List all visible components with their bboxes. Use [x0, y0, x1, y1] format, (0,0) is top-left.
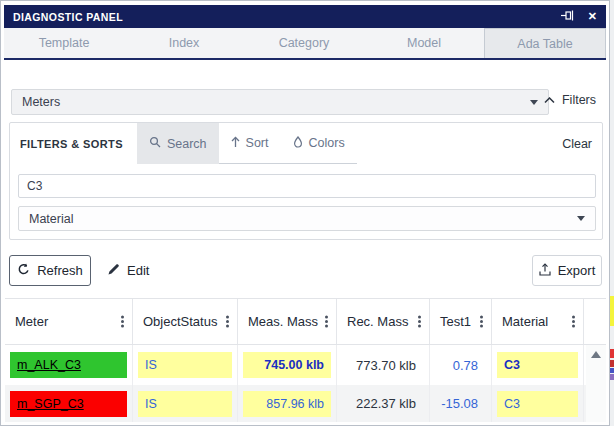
sort-arrow-up-icon: [231, 136, 240, 151]
tab-bar: TemplateIndexCategoryModelAda Table: [4, 28, 606, 60]
sliver-purple: [610, 374, 614, 380]
cell-meter[interactable]: m_SGP_C3: [5, 385, 133, 422]
column-header-meas-mass[interactable]: Meas. Mass: [238, 299, 337, 344]
tool-label: Search: [167, 137, 207, 151]
scroll-up-icon[interactable]: [591, 351, 601, 358]
cell-test1[interactable]: 0.78: [430, 345, 492, 385]
sort-tool-button[interactable]: Sort: [219, 123, 281, 164]
highlight-chip: 857.96 klb: [243, 391, 331, 417]
column-menu-icon[interactable]: [121, 320, 124, 323]
column-header-material[interactable]: Material: [492, 299, 584, 344]
tab-template[interactable]: Template: [4, 28, 124, 58]
column-menu-icon[interactable]: [325, 320, 328, 323]
highlight-chip: IS: [138, 352, 232, 378]
cell-rec-mass[interactable]: 222.37 klb: [337, 385, 430, 422]
tool-label: Sort: [246, 136, 269, 150]
cell-value: C3: [504, 397, 520, 411]
column-menu-icon[interactable]: [572, 320, 575, 323]
cell-value: m_SGP_C3: [17, 397, 84, 411]
filters-panel: FILTERS & SORTS SearchSortColors Clear M…: [9, 122, 603, 240]
pin-icon[interactable]: [560, 8, 575, 26]
column-menu-icon[interactable]: [418, 320, 421, 323]
cell-material[interactable]: C3: [492, 345, 584, 385]
panel-title: DIAGNOSTIC PANEL: [13, 11, 123, 23]
cell-value: 222.37 klb: [356, 396, 416, 411]
material-select-value: Material: [29, 212, 73, 226]
column-label: Meter: [15, 314, 115, 329]
colors-tool-button[interactable]: Colors: [281, 123, 357, 164]
highlight-chip: C3: [497, 352, 578, 378]
sliver-darkred: [610, 360, 614, 367]
column-header-meter[interactable]: Meter: [5, 299, 133, 344]
cell-value: -15.08: [441, 396, 478, 411]
cell-meas-mass[interactable]: 857.96 klb: [238, 385, 337, 422]
chevron-down-icon: [530, 100, 538, 105]
cell-rec-mass[interactable]: 773.70 klb: [337, 345, 430, 385]
highlight-chip: IS: [138, 391, 232, 417]
cell-value: 857.96 klb: [266, 397, 324, 411]
clear-button[interactable]: Clear: [562, 137, 592, 151]
refresh-label: Refresh: [37, 263, 83, 278]
column-label: Rec. Mass: [347, 314, 412, 329]
cell-objectstatus[interactable]: IS: [133, 385, 238, 422]
cell-objectstatus[interactable]: IS: [133, 345, 238, 385]
table-row: m_ALK_C3IS745.00 klb773.70 klb0.78C3: [5, 345, 606, 385]
table-body: m_ALK_C3IS745.00 klb773.70 klb0.78C3m_SG…: [5, 345, 606, 422]
highlight-chip: m_SGP_C3: [10, 391, 127, 417]
table-header: MeterObjectStatusMeas. MassRec. MassTest…: [5, 298, 606, 345]
cell-material[interactable]: C3: [492, 385, 584, 422]
filter-tools: SearchSortColors: [137, 123, 357, 164]
cell-value: 745.00 klb: [264, 358, 324, 372]
cell-value: 773.70 klb: [356, 358, 416, 373]
column-header-rec-mass[interactable]: Rec. Mass: [337, 299, 430, 344]
search-input[interactable]: [18, 174, 596, 198]
background-app-sliver: [610, 0, 614, 426]
data-grid: MeterObjectStatusMeas. MassRec. MassTest…: [5, 298, 606, 422]
close-icon[interactable]: ✕: [588, 11, 597, 22]
pencil-icon: [107, 263, 120, 279]
cell-meter[interactable]: m_ALK_C3: [5, 345, 133, 385]
sliver-yellow: [610, 296, 614, 326]
filters-sorts-title: FILTERS & SORTS: [20, 138, 123, 150]
refresh-icon: [17, 263, 30, 279]
search-tool-button[interactable]: Search: [137, 123, 219, 164]
refresh-button[interactable]: Refresh: [9, 255, 91, 286]
cell-value: 0.78: [453, 358, 478, 373]
column-header-objectstatus[interactable]: ObjectStatus: [133, 299, 238, 344]
tab-ada-table[interactable]: Ada Table: [484, 28, 606, 58]
filters-toggle[interactable]: Filters: [544, 93, 596, 107]
edit-label: Edit: [127, 263, 149, 278]
cell-meas-mass[interactable]: 745.00 klb: [238, 345, 337, 385]
filters-sorts-row: FILTERS & SORTS SearchSortColors Clear: [10, 123, 602, 164]
column-label: Meas. Mass: [248, 314, 319, 329]
edit-button[interactable]: Edit: [101, 255, 155, 286]
tab-category[interactable]: Category: [244, 28, 364, 58]
diagnostic-panel: DIAGNOSTIC PANEL ✕ TemplateIndexCategory…: [0, 0, 610, 426]
column-label: ObjectStatus: [143, 314, 220, 329]
tab-model[interactable]: Model: [364, 28, 484, 58]
export-button[interactable]: Export: [532, 255, 602, 286]
column-label: Test1: [440, 314, 474, 329]
column-header-test1[interactable]: Test1: [430, 299, 492, 344]
tab-index[interactable]: Index: [124, 28, 244, 58]
column-menu-icon[interactable]: [226, 320, 229, 323]
cell-test1[interactable]: -15.08: [430, 385, 492, 422]
export-icon: [539, 263, 551, 279]
sliver-red: [610, 349, 614, 358]
tool-label: Colors: [309, 136, 345, 150]
highlight-chip: m_ALK_C3: [10, 352, 127, 378]
cell-value: m_ALK_C3: [17, 358, 81, 372]
material-select[interactable]: Material: [18, 206, 596, 231]
colors-droplet-icon: [293, 136, 303, 151]
chevron-down-icon: [577, 216, 585, 221]
column-menu-icon[interactable]: [480, 320, 483, 323]
filters-toggle-label: Filters: [562, 93, 596, 107]
table-scrollbar[interactable]: [586, 345, 606, 422]
column-label: Material: [502, 314, 566, 329]
search-icon: [149, 136, 161, 151]
cell-value: IS: [145, 358, 157, 372]
title-bar: DIAGNOSTIC PANEL ✕: [4, 5, 606, 28]
highlight-chip: 745.00 klb: [243, 352, 331, 378]
export-label: Export: [558, 263, 596, 278]
meters-select[interactable]: Meters: [11, 89, 549, 115]
